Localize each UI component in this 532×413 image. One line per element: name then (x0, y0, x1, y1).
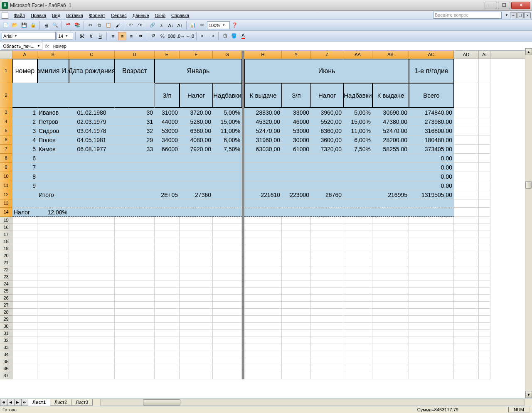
cell[interactable]: 3600,00 (311, 135, 343, 145)
cell[interactable] (282, 273, 311, 280)
cell[interactable]: 9 (12, 181, 37, 190)
cell[interactable] (37, 316, 69, 323)
col-header[interactable]: E (155, 51, 180, 59)
cell[interactable] (180, 238, 213, 245)
cell[interactable] (155, 358, 180, 365)
cell[interactable] (454, 372, 479, 379)
cell[interactable]: 8 (12, 172, 37, 181)
cell[interactable] (372, 238, 409, 245)
row-header[interactable]: 36 (0, 365, 12, 372)
cell[interactable] (343, 365, 372, 372)
cell[interactable] (479, 163, 490, 172)
cell[interactable] (244, 323, 282, 330)
cell[interactable]: 2E+05 (155, 190, 180, 199)
cell[interactable] (343, 266, 372, 273)
cell[interactable] (343, 217, 372, 224)
cell[interactable]: 30000 (282, 135, 311, 145)
cell[interactable] (213, 372, 242, 379)
row-header[interactable]: 14 (0, 208, 12, 217)
cell[interactable] (155, 280, 180, 288)
cell[interactable] (244, 266, 282, 273)
cell[interactable]: 2 (12, 117, 37, 126)
cell[interactable] (244, 337, 282, 344)
cell[interactable] (180, 266, 213, 273)
cell[interactable] (69, 302, 115, 309)
cell[interactable] (454, 154, 479, 163)
cell[interactable]: 31960,00 (244, 135, 282, 145)
cell[interactable] (409, 259, 454, 266)
cell[interactable]: Иванов (37, 108, 69, 117)
cell[interactable] (155, 273, 180, 280)
scroll-down-icon[interactable]: ▼ (525, 391, 532, 398)
cell[interactable] (155, 245, 180, 252)
cell[interactable]: 45320,00 (244, 117, 282, 126)
cell[interactable]: Налог (180, 83, 213, 108)
menu-help[interactable]: Справка (168, 12, 192, 19)
cell[interactable] (479, 181, 490, 190)
col-header[interactable]: B (37, 51, 69, 59)
col-header[interactable]: AA (343, 51, 372, 59)
cell[interactable] (454, 337, 479, 344)
open-button[interactable]: 📂 (11, 21, 19, 30)
cell[interactable]: 53000 (282, 126, 311, 135)
cell[interactable] (372, 252, 409, 259)
cell[interactable]: 216995 (372, 190, 409, 199)
cell[interactable] (343, 238, 372, 245)
cell[interactable] (454, 208, 479, 217)
cell[interactable] (479, 288, 490, 295)
cell[interactable] (454, 231, 479, 238)
cell[interactable] (180, 365, 213, 372)
cell[interactable]: 3960,00 (311, 108, 343, 117)
cell[interactable] (409, 351, 454, 358)
cell[interactable] (213, 252, 242, 259)
cell[interactable] (115, 83, 155, 108)
sheet-tab[interactable]: Лист2 (50, 399, 71, 406)
row-header[interactable]: 13 (0, 199, 12, 208)
cell[interactable] (244, 231, 282, 238)
cell[interactable] (155, 199, 180, 208)
help-dropdown-icon[interactable]: ▼ (505, 13, 508, 17)
vertical-scrollbar[interactable]: ▲ ▼ (525, 48, 532, 398)
cell[interactable] (282, 358, 311, 365)
cell[interactable] (479, 372, 490, 379)
cell[interactable] (409, 199, 454, 208)
row-header[interactable]: 11 (0, 181, 12, 190)
cell[interactable] (213, 208, 242, 217)
cell[interactable] (282, 163, 311, 172)
maximize-button[interactable]: ☐ (498, 2, 510, 9)
cell[interactable] (372, 172, 409, 181)
cell[interactable] (155, 224, 180, 231)
cell[interactable] (213, 181, 242, 190)
cell[interactable] (12, 323, 37, 330)
cell[interactable] (69, 288, 115, 295)
cell[interactable] (155, 316, 180, 323)
tab-next-icon[interactable]: ▶ (14, 399, 21, 406)
cell[interactable] (155, 259, 180, 266)
cell[interactable] (479, 208, 490, 217)
cell[interactable] (12, 83, 37, 108)
cell[interactable] (372, 154, 409, 163)
cell[interactable] (372, 163, 409, 172)
cell[interactable] (69, 280, 115, 288)
cell[interactable] (311, 344, 343, 351)
menu-service[interactable]: Сервис (108, 12, 130, 19)
cell[interactable] (155, 309, 180, 316)
cell[interactable] (479, 224, 490, 231)
cell[interactable] (213, 163, 242, 172)
cell[interactable] (180, 217, 213, 224)
cell[interactable] (115, 288, 155, 295)
cell[interactable] (454, 316, 479, 323)
cell[interactable] (409, 295, 454, 302)
cell[interactable] (69, 208, 115, 217)
cell[interactable] (37, 288, 69, 295)
menu-insert[interactable]: Вставка (63, 12, 86, 19)
cell[interactable] (311, 199, 343, 208)
cell[interactable] (479, 316, 490, 323)
tab-prev-icon[interactable]: ◀ (7, 399, 14, 406)
menu-edit[interactable]: Правка (28, 12, 49, 19)
cell[interactable] (12, 238, 37, 245)
cell[interactable] (155, 217, 180, 224)
cell[interactable] (372, 295, 409, 302)
cell[interactable] (69, 351, 115, 358)
cell[interactable] (479, 273, 490, 280)
